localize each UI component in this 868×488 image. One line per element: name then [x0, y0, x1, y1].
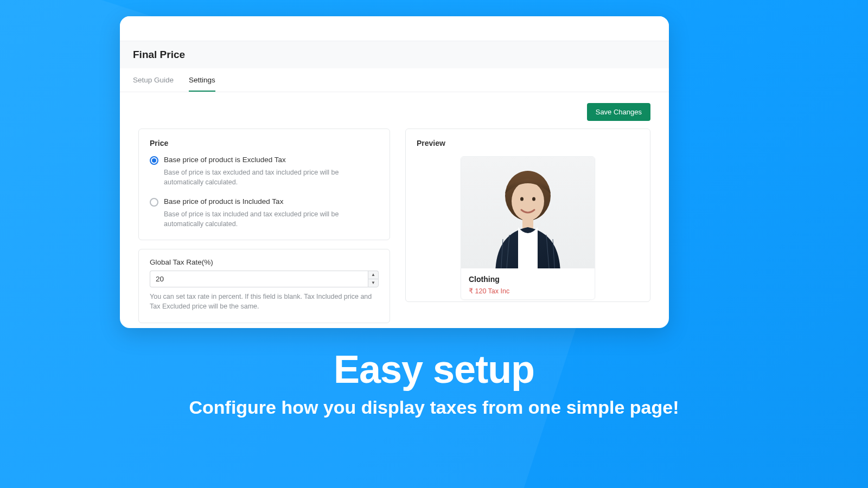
- save-row: Save Changes: [138, 103, 650, 121]
- preview-product-image: [461, 157, 595, 268]
- app-window: Final Price Setup Guide Settings Save Ch…: [120, 16, 669, 328]
- hero-caption: Easy setup Configure how you display tax…: [0, 347, 868, 418]
- spinner-down-button[interactable]: ▼: [368, 279, 379, 287]
- svg-point-7: [520, 197, 524, 201]
- tax-rate-label: Global Tax Rate(%): [150, 258, 379, 266]
- preview-product-card: Clothing ₹ 120 Tax Inc: [461, 156, 595, 300]
- preview-panel: Preview: [405, 129, 650, 302]
- person-illustration-icon: [474, 163, 582, 268]
- radio-excluded-label: Base price of product is Excluded Tax: [164, 155, 379, 165]
- radio-excluded-text: Base price of product is Excluded Tax Ba…: [164, 155, 379, 187]
- spinner: ▲ ▼: [368, 271, 379, 287]
- tab-settings[interactable]: Settings: [189, 68, 215, 92]
- radio-included-input[interactable]: [150, 198, 158, 207]
- price-panel: Price Base price of product is Excluded …: [138, 129, 390, 240]
- tax-rate-panel: Global Tax Rate(%) ▲ ▼ You can set tax r…: [138, 249, 390, 323]
- columns: Price Base price of product is Excluded …: [138, 129, 650, 323]
- radio-included-desc: Base of price is tax included and tax ex…: [164, 209, 379, 229]
- preview-product-body: Clothing ₹ 120 Tax Inc: [461, 268, 595, 299]
- left-column: Price Base price of product is Excluded …: [138, 129, 390, 323]
- tab-setup-guide[interactable]: Setup Guide: [133, 68, 174, 92]
- hero-subtitle: Configure how you display taxes from one…: [0, 397, 868, 418]
- tax-rate-input[interactable]: [150, 271, 368, 287]
- spinner-up-button[interactable]: ▲: [368, 271, 379, 279]
- preview-heading: Preview: [417, 139, 639, 147]
- right-column: Preview: [405, 129, 650, 323]
- radio-included-label: Base price of product is Included Tax: [164, 197, 379, 207]
- radio-excluded-desc: Base of price is tax excluded and tax in…: [164, 168, 379, 187]
- preview-product-price: ₹ 120 Tax Inc: [469, 287, 587, 295]
- settings-body: Save Changes Price Base price of product…: [120, 92, 669, 327]
- tax-rate-help: You can set tax rate in percent. If this…: [150, 292, 379, 311]
- title-bar: Final Price: [120, 41, 669, 68]
- save-changes-button[interactable]: Save Changes: [587, 103, 650, 121]
- hero-title: Easy setup: [0, 347, 868, 391]
- radio-option-excluded[interactable]: Base price of product is Excluded Tax Ba…: [150, 155, 379, 187]
- window-top-strip: [120, 16, 669, 41]
- svg-point-1: [512, 182, 544, 221]
- page-background: Final Price Setup Guide Settings Save Ch…: [0, 0, 868, 488]
- tab-bar: Setup Guide Settings: [120, 68, 669, 92]
- preview-product-title: Clothing: [469, 275, 587, 284]
- tax-rate-input-wrap: ▲ ▼: [150, 271, 379, 287]
- radio-option-included[interactable]: Base price of product is Included Tax Ba…: [150, 197, 379, 229]
- radio-included-text: Base price of product is Included Tax Ba…: [164, 197, 379, 229]
- svg-point-8: [532, 197, 535, 201]
- radio-excluded-input[interactable]: [150, 156, 158, 165]
- price-heading: Price: [150, 139, 379, 147]
- page-title: Final Price: [133, 49, 656, 61]
